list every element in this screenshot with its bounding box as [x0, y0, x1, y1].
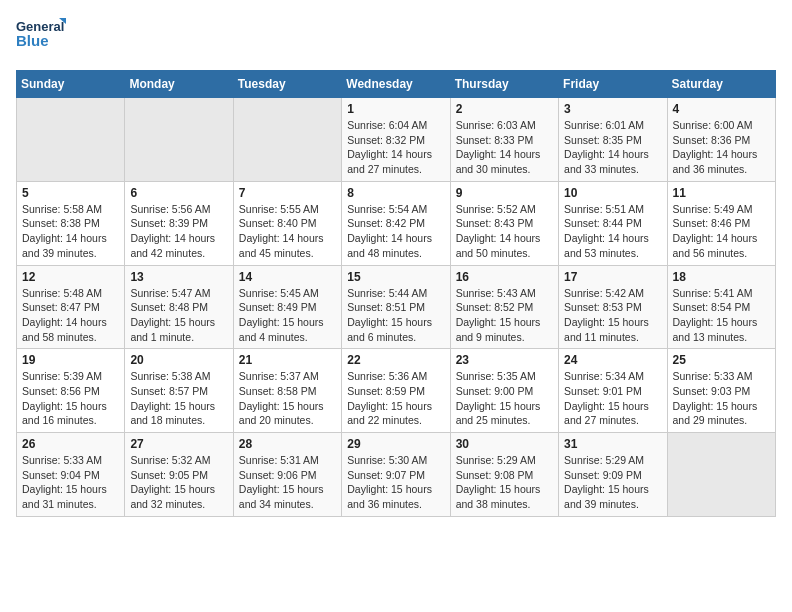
calendar-cell: 7Sunrise: 5:55 AMSunset: 8:40 PMDaylight…: [233, 181, 341, 265]
day-number: 25: [673, 353, 770, 367]
day-number: 5: [22, 186, 119, 200]
calendar-cell: 24Sunrise: 5:34 AMSunset: 9:01 PMDayligh…: [559, 349, 667, 433]
calendar-cell: [667, 433, 775, 517]
day-number: 1: [347, 102, 444, 116]
day-info: Sunrise: 5:54 AMSunset: 8:42 PMDaylight:…: [347, 202, 444, 261]
weekday-header: Thursday: [450, 71, 558, 98]
day-number: 2: [456, 102, 553, 116]
day-info: Sunrise: 5:38 AMSunset: 8:57 PMDaylight:…: [130, 369, 227, 428]
calendar-cell: 22Sunrise: 5:36 AMSunset: 8:59 PMDayligh…: [342, 349, 450, 433]
day-info: Sunrise: 5:43 AMSunset: 8:52 PMDaylight:…: [456, 286, 553, 345]
calendar-cell: 19Sunrise: 5:39 AMSunset: 8:56 PMDayligh…: [17, 349, 125, 433]
calendar-cell: 6Sunrise: 5:56 AMSunset: 8:39 PMDaylight…: [125, 181, 233, 265]
day-info: Sunrise: 5:33 AMSunset: 9:04 PMDaylight:…: [22, 453, 119, 512]
day-info: Sunrise: 5:30 AMSunset: 9:07 PMDaylight:…: [347, 453, 444, 512]
calendar-cell: 5Sunrise: 5:58 AMSunset: 8:38 PMDaylight…: [17, 181, 125, 265]
day-info: Sunrise: 6:01 AMSunset: 8:35 PMDaylight:…: [564, 118, 661, 177]
calendar-week-row: 1Sunrise: 6:04 AMSunset: 8:32 PMDaylight…: [17, 98, 776, 182]
day-info: Sunrise: 5:52 AMSunset: 8:43 PMDaylight:…: [456, 202, 553, 261]
day-number: 28: [239, 437, 336, 451]
calendar-cell: 12Sunrise: 5:48 AMSunset: 8:47 PMDayligh…: [17, 265, 125, 349]
day-info: Sunrise: 5:44 AMSunset: 8:51 PMDaylight:…: [347, 286, 444, 345]
logo: General Blue: [16, 16, 66, 58]
weekday-header: Friday: [559, 71, 667, 98]
day-number: 10: [564, 186, 661, 200]
calendar-cell: [125, 98, 233, 182]
calendar-cell: 26Sunrise: 5:33 AMSunset: 9:04 PMDayligh…: [17, 433, 125, 517]
calendar-cell: 28Sunrise: 5:31 AMSunset: 9:06 PMDayligh…: [233, 433, 341, 517]
calendar-cell: 27Sunrise: 5:32 AMSunset: 9:05 PMDayligh…: [125, 433, 233, 517]
weekday-header: Tuesday: [233, 71, 341, 98]
calendar-cell: 17Sunrise: 5:42 AMSunset: 8:53 PMDayligh…: [559, 265, 667, 349]
day-info: Sunrise: 5:51 AMSunset: 8:44 PMDaylight:…: [564, 202, 661, 261]
weekday-header-row: SundayMondayTuesdayWednesdayThursdayFrid…: [17, 71, 776, 98]
day-info: Sunrise: 5:47 AMSunset: 8:48 PMDaylight:…: [130, 286, 227, 345]
svg-text:Blue: Blue: [16, 32, 49, 49]
calendar-cell: 13Sunrise: 5:47 AMSunset: 8:48 PMDayligh…: [125, 265, 233, 349]
weekday-header: Wednesday: [342, 71, 450, 98]
calendar-week-row: 12Sunrise: 5:48 AMSunset: 8:47 PMDayligh…: [17, 265, 776, 349]
day-number: 30: [456, 437, 553, 451]
calendar-cell: 20Sunrise: 5:38 AMSunset: 8:57 PMDayligh…: [125, 349, 233, 433]
weekday-header: Sunday: [17, 71, 125, 98]
day-number: 12: [22, 270, 119, 284]
calendar-table: SundayMondayTuesdayWednesdayThursdayFrid…: [16, 70, 776, 517]
day-number: 7: [239, 186, 336, 200]
calendar-cell: 2Sunrise: 6:03 AMSunset: 8:33 PMDaylight…: [450, 98, 558, 182]
calendar-cell: [233, 98, 341, 182]
day-number: 15: [347, 270, 444, 284]
day-info: Sunrise: 5:32 AMSunset: 9:05 PMDaylight:…: [130, 453, 227, 512]
day-number: 9: [456, 186, 553, 200]
day-info: Sunrise: 5:39 AMSunset: 8:56 PMDaylight:…: [22, 369, 119, 428]
page-header: General Blue: [16, 16, 776, 58]
calendar-week-row: 19Sunrise: 5:39 AMSunset: 8:56 PMDayligh…: [17, 349, 776, 433]
day-info: Sunrise: 5:48 AMSunset: 8:47 PMDaylight:…: [22, 286, 119, 345]
calendar-week-row: 5Sunrise: 5:58 AMSunset: 8:38 PMDaylight…: [17, 181, 776, 265]
day-number: 20: [130, 353, 227, 367]
day-number: 6: [130, 186, 227, 200]
weekday-header: Monday: [125, 71, 233, 98]
weekday-header: Saturday: [667, 71, 775, 98]
day-info: Sunrise: 5:31 AMSunset: 9:06 PMDaylight:…: [239, 453, 336, 512]
day-info: Sunrise: 5:42 AMSunset: 8:53 PMDaylight:…: [564, 286, 661, 345]
day-info: Sunrise: 6:04 AMSunset: 8:32 PMDaylight:…: [347, 118, 444, 177]
day-number: 16: [456, 270, 553, 284]
calendar-cell: 8Sunrise: 5:54 AMSunset: 8:42 PMDaylight…: [342, 181, 450, 265]
calendar-cell: 3Sunrise: 6:01 AMSunset: 8:35 PMDaylight…: [559, 98, 667, 182]
day-number: 17: [564, 270, 661, 284]
day-info: Sunrise: 5:49 AMSunset: 8:46 PMDaylight:…: [673, 202, 770, 261]
calendar-cell: 31Sunrise: 5:29 AMSunset: 9:09 PMDayligh…: [559, 433, 667, 517]
day-number: 29: [347, 437, 444, 451]
day-info: Sunrise: 5:29 AMSunset: 9:08 PMDaylight:…: [456, 453, 553, 512]
day-info: Sunrise: 5:36 AMSunset: 8:59 PMDaylight:…: [347, 369, 444, 428]
day-info: Sunrise: 6:00 AMSunset: 8:36 PMDaylight:…: [673, 118, 770, 177]
day-number: 8: [347, 186, 444, 200]
day-info: Sunrise: 5:35 AMSunset: 9:00 PMDaylight:…: [456, 369, 553, 428]
calendar-cell: 10Sunrise: 5:51 AMSunset: 8:44 PMDayligh…: [559, 181, 667, 265]
day-info: Sunrise: 5:34 AMSunset: 9:01 PMDaylight:…: [564, 369, 661, 428]
calendar-cell: 11Sunrise: 5:49 AMSunset: 8:46 PMDayligh…: [667, 181, 775, 265]
day-info: Sunrise: 6:03 AMSunset: 8:33 PMDaylight:…: [456, 118, 553, 177]
day-number: 14: [239, 270, 336, 284]
day-number: 11: [673, 186, 770, 200]
day-number: 19: [22, 353, 119, 367]
calendar-cell: 25Sunrise: 5:33 AMSunset: 9:03 PMDayligh…: [667, 349, 775, 433]
day-number: 18: [673, 270, 770, 284]
calendar-cell: 9Sunrise: 5:52 AMSunset: 8:43 PMDaylight…: [450, 181, 558, 265]
day-number: 31: [564, 437, 661, 451]
day-number: 26: [22, 437, 119, 451]
calendar-cell: 18Sunrise: 5:41 AMSunset: 8:54 PMDayligh…: [667, 265, 775, 349]
calendar-cell: 1Sunrise: 6:04 AMSunset: 8:32 PMDaylight…: [342, 98, 450, 182]
day-number: 21: [239, 353, 336, 367]
day-number: 23: [456, 353, 553, 367]
day-info: Sunrise: 5:56 AMSunset: 8:39 PMDaylight:…: [130, 202, 227, 261]
calendar-cell: 16Sunrise: 5:43 AMSunset: 8:52 PMDayligh…: [450, 265, 558, 349]
calendar-cell: 15Sunrise: 5:44 AMSunset: 8:51 PMDayligh…: [342, 265, 450, 349]
day-number: 24: [564, 353, 661, 367]
calendar-cell: [17, 98, 125, 182]
day-info: Sunrise: 5:33 AMSunset: 9:03 PMDaylight:…: [673, 369, 770, 428]
calendar-cell: 14Sunrise: 5:45 AMSunset: 8:49 PMDayligh…: [233, 265, 341, 349]
calendar-cell: 21Sunrise: 5:37 AMSunset: 8:58 PMDayligh…: [233, 349, 341, 433]
day-number: 27: [130, 437, 227, 451]
day-number: 13: [130, 270, 227, 284]
